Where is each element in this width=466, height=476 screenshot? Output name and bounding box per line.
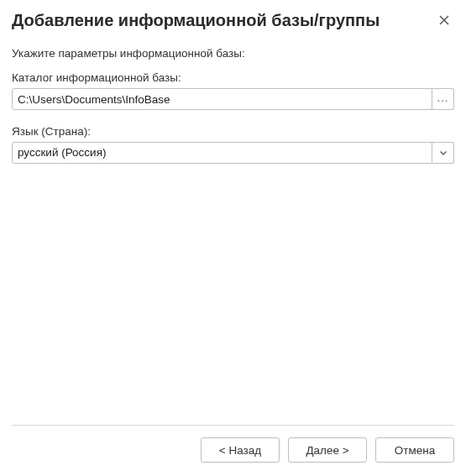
dialog-title: Добавление информационной базы/группы	[12, 11, 380, 30]
language-label: Язык (Страна):	[12, 125, 454, 138]
language-dropdown-toggle[interactable]	[432, 142, 454, 164]
next-button[interactable]: Далее >	[288, 437, 367, 463]
browse-button[interactable]: ...	[432, 88, 454, 110]
close-button[interactable]	[434, 10, 454, 30]
instruction-text: Укажите параметры информационной базы:	[12, 47, 454, 60]
chevron-down-icon	[440, 151, 447, 155]
cancel-button[interactable]: Отмена	[375, 437, 454, 463]
dialog-header: Добавление информационной базы/группы	[12, 0, 454, 35]
dialog-footer: < Назад Далее > Отмена	[12, 425, 454, 476]
ellipsis-icon: ...	[437, 92, 449, 103]
add-infobase-dialog: Добавление информационной базы/группы Ук…	[0, 0, 466, 476]
close-icon	[439, 15, 449, 25]
dialog-body: Укажите параметры информационной базы: К…	[12, 35, 454, 425]
catalog-field-row: ...	[12, 88, 454, 110]
back-button[interactable]: < Назад	[201, 437, 280, 463]
catalog-label: Каталог информационной базы:	[12, 71, 454, 84]
language-field-row: русский (Россия)	[12, 142, 454, 164]
catalog-input[interactable]	[12, 88, 432, 110]
language-dropdown[interactable]: русский (Россия)	[12, 142, 432, 164]
